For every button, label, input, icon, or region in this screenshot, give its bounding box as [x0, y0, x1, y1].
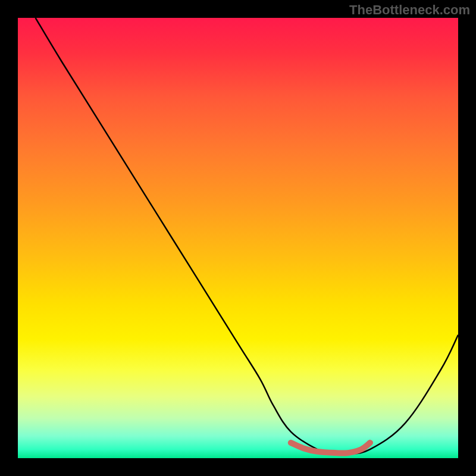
plot-area: [18, 18, 458, 458]
highlight-segment-path: [291, 443, 370, 453]
curve-layer: [18, 18, 458, 458]
main-curve-path: [36, 18, 458, 455]
watermark-text: TheBottleneck.com: [349, 2, 470, 18]
